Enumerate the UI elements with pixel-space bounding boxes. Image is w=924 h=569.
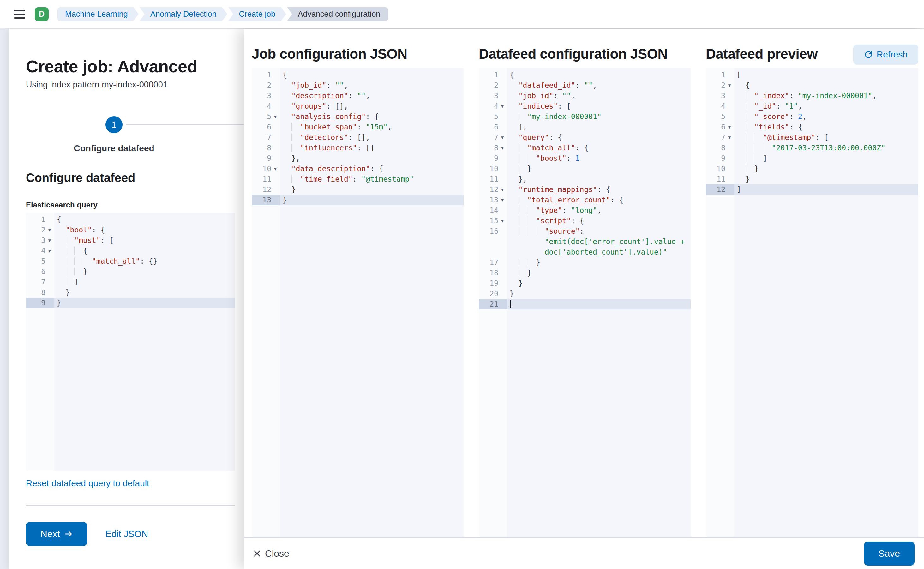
fold-arrow-icon[interactable]: ▾ <box>272 164 279 174</box>
fold-arrow-icon[interactable]: ▾ <box>499 101 506 111</box>
refresh-button-label: Refresh <box>877 50 907 60</box>
code-line: 10▾ "data_description": { <box>252 164 464 174</box>
breadcrumb-link[interactable]: Create job <box>228 7 286 21</box>
edit-json-link[interactable]: Edit JSON <box>105 529 148 539</box>
step-label: Configure datafeed <box>73 143 154 154</box>
breadcrumb-link[interactable]: Anomaly Detection <box>140 7 227 21</box>
code-line: 3 "description": "", <box>252 91 464 101</box>
menu-icon[interactable] <box>14 10 25 19</box>
datafeed-preview-title: Datafeed preview <box>706 46 817 62</box>
code-line: 9} <box>26 298 235 308</box>
code-line: 6▾ "fields": { <box>706 122 918 132</box>
code-line: 1{ <box>252 70 464 80</box>
advanced-configuration-flyout: Job configuration JSON 1{2 "job_id": "",… <box>244 29 924 569</box>
code-line: 7 ] <box>26 277 235 288</box>
code-line: 5 "match_all": {} <box>26 256 235 266</box>
fold-arrow-icon[interactable]: ▾ <box>46 246 53 256</box>
code-line: 1{ <box>26 215 235 225</box>
code-line: 14 "type": "long", <box>479 205 691 216</box>
fold-arrow-icon[interactable]: ▾ <box>46 225 53 235</box>
datafeed-preview-panel: Datafeed preview Refresh 1[2▾ {3 "_index… <box>706 46 918 537</box>
code-line: 1{ <box>479 70 691 80</box>
fold-arrow-icon[interactable]: ▾ <box>726 132 733 143</box>
code-line: 17 } <box>479 257 691 268</box>
fold-arrow-icon[interactable]: ▾ <box>499 132 506 143</box>
arrow-right-icon <box>64 530 73 538</box>
save-button[interactable]: Save <box>864 542 915 566</box>
job-config-panel: Job configuration JSON 1{2 "job_id": "",… <box>252 46 464 537</box>
code-line: 5 "_score": 2, <box>706 111 918 122</box>
code-line: 3 "_index": "my-index-000001", <box>706 91 918 101</box>
code-line: 4▾ { <box>26 246 235 256</box>
close-button[interactable]: Close <box>253 548 289 559</box>
close-button-label: Close <box>265 548 289 559</box>
code-line: 1[ <box>706 70 918 80</box>
code-line: 2 "job_id": "", <box>252 80 464 91</box>
fold-arrow-icon[interactable]: ▾ <box>46 235 53 246</box>
code-line: 21 <box>479 299 691 309</box>
code-line: 12] <box>706 184 918 195</box>
fold-arrow-icon[interactable]: ▾ <box>499 216 506 226</box>
code-line: 7 "detectors": [], <box>252 132 464 143</box>
code-line: 9 }, <box>252 153 464 164</box>
refresh-button[interactable]: Refresh <box>853 44 918 65</box>
breadcrumb-link[interactable]: Machine Learning <box>58 7 139 21</box>
fold-arrow-icon[interactable]: ▾ <box>726 80 733 91</box>
code-line: 8 "influencers": [] <box>252 143 464 153</box>
code-line: 3▾ "must": [ <box>26 235 235 246</box>
refresh-icon <box>864 50 873 59</box>
code-line: 5 "my-index-000001" <box>479 111 691 122</box>
breadcrumb-current: Advanced configuration <box>287 7 388 21</box>
datafeed-preview-editor[interactable]: 1[2▾ {3 "_index": "my-index-000001",4 "_… <box>706 68 918 537</box>
code-line: 12▾ "runtime_mappings": { <box>479 184 691 195</box>
top-navigation-bar: D Machine LearningAnomaly DetectionCreat… <box>0 0 924 29</box>
code-line: 18 } <box>479 268 691 278</box>
code-line: 7▾ "query": { <box>479 132 691 143</box>
job-config-title: Job configuration JSON <box>252 46 407 62</box>
fold-arrow-icon[interactable]: ▾ <box>499 143 506 153</box>
next-button[interactable]: Next <box>26 522 87 546</box>
code-line: 13} <box>252 195 464 205</box>
datafeed-config-panel: Datafeed configuration JSON 1{2 "datafee… <box>479 46 691 537</box>
code-line: 19 } <box>479 278 691 289</box>
code-line: 4▾ "indices": [ <box>479 101 691 111</box>
code-line: 11 } <box>706 174 918 184</box>
code-line: 4 "_id": "1", <box>706 101 918 111</box>
code-line: 3 "job_id": "", <box>479 91 691 101</box>
code-line: 2▾ "bool": { <box>26 225 235 235</box>
code-line: 15▾ "script": { <box>479 216 691 226</box>
code-line: 7▾ "@timestamp": [ <box>706 132 918 143</box>
code-line: 10 } <box>706 164 918 174</box>
step-number-badge[interactable]: 1 <box>105 116 123 133</box>
code-line: 6 ], <box>479 122 691 132</box>
code-line: 10 } <box>479 164 691 174</box>
fold-arrow-icon[interactable]: ▾ <box>499 195 506 205</box>
code-line: 2 "datafeed_id": "", <box>479 80 691 91</box>
code-line: 12 } <box>252 184 464 195</box>
code-line: 16 "source": "emit(doc['error_count'].va… <box>479 226 691 257</box>
code-line: 8▾ "match_all": { <box>479 143 691 153</box>
reset-datafeed-query-link[interactable]: Reset datafeed query to default <box>26 478 149 488</box>
close-icon <box>253 549 261 558</box>
next-button-label: Next <box>40 529 60 539</box>
fold-arrow-icon[interactable]: ▾ <box>272 111 279 122</box>
code-line: 5▾ "analysis_config": { <box>252 111 464 122</box>
datafeed-config-title: Datafeed configuration JSON <box>479 46 668 62</box>
code-line: 8 "2017-03-23T13:00:00.000Z" <box>706 143 918 153</box>
code-line: 6 } <box>26 266 235 277</box>
flyout-footer: Close Save <box>244 537 924 569</box>
elasticsearch-query-editor[interactable]: 1{2▾ "bool": {3▾ "must": [4▾ {5 "match_a… <box>26 213 235 471</box>
divider <box>26 505 235 505</box>
code-line: 8 } <box>26 288 235 298</box>
code-line: 4 "groups": [], <box>252 101 464 111</box>
code-line: 11 }, <box>479 174 691 184</box>
code-line: 2▾ { <box>706 80 918 91</box>
code-line: 9 "boost": 1 <box>479 153 691 164</box>
fold-arrow-icon[interactable]: ▾ <box>726 122 733 132</box>
avatar[interactable]: D <box>35 7 49 21</box>
fold-arrow-icon[interactable]: ▾ <box>499 184 506 195</box>
job-config-editor[interactable]: 1{2 "job_id": "",3 "description": "",4 "… <box>252 68 464 537</box>
datafeed-config-editor[interactable]: 1{2 "datafeed_id": "",3 "job_id": "",4▾ … <box>479 68 691 537</box>
text-cursor <box>510 300 511 308</box>
code-line: 9 ] <box>706 153 918 164</box>
